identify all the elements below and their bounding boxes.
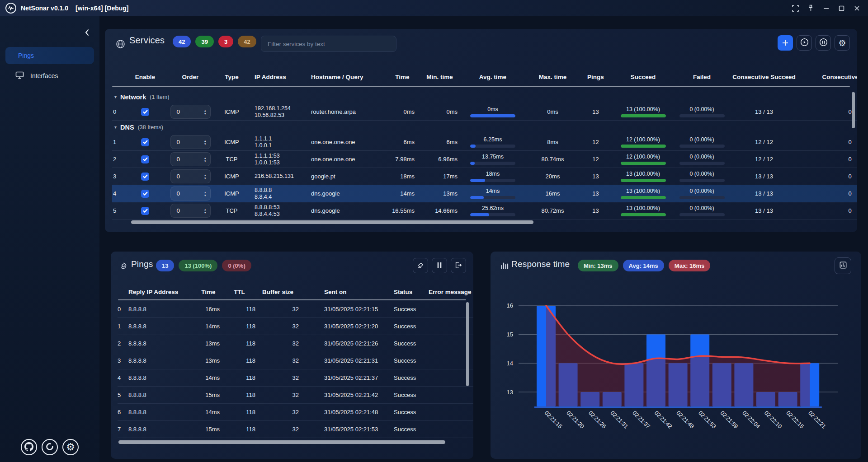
services-col-header[interactable]: IP Address [242,74,298,80]
run-pings-button[interactable] [797,35,812,51]
services-actions: ⚙ [778,35,850,51]
pings-col-header[interactable]: Time [194,289,222,295]
pings-badges: 1313 (100%)0 (0%) [156,260,251,271]
ttl-cell: 118 [222,340,256,347]
services-col-header[interactable]: Failed [676,74,728,80]
sidebar-item-pings[interactable]: Pings [5,47,94,64]
reply-ip-cell: 8.8.8.8 [127,357,194,364]
close-button[interactable] [850,2,863,14]
min-time-cell: 13ms [418,190,461,197]
ping-row[interactable]: 78.8.8.815ms1183231/05/2025 02:21:53Succ… [118,421,473,438]
row-index: 5 [118,392,127,398]
time-cell: 13ms [194,340,222,347]
max-time-cell: 8ms [524,139,581,145]
order-spinner[interactable]: 0▴▾ [170,169,211,183]
max-time-cell: 20ms [524,173,581,180]
service-row[interactable]: 40▴▾ICMP8.8.8.88.8.4.4dns.google14ms13ms… [112,185,857,202]
ping-row[interactable]: 38.8.8.813ms1183231/05/2025 02:21:31Succ… [118,352,473,369]
enable-checkbox[interactable] [141,207,149,215]
ping-row[interactable]: 58.8.8.815ms1183231/05/2025 02:21:42Succ… [118,387,473,404]
pings-col-header[interactable]: Reply IP Address [127,289,194,295]
services-horizontal-scrollbar[interactable] [131,220,533,224]
services-badge-3: 42 [238,36,256,47]
spinner-arrows-icon[interactable]: ▴▾ [204,173,206,180]
services-col-header[interactable]: Max. time [524,74,581,80]
order-spinner[interactable]: 0▴▾ [170,135,211,149]
pings-col-header[interactable]: Status [387,289,420,295]
service-row[interactable]: 30▴▾ICMP216.58.215.131google.pt18ms17ms1… [112,168,857,185]
spinner-arrows-icon[interactable]: ▴▾ [204,208,206,214]
minimize-button[interactable] [819,2,833,14]
ping-row[interactable]: 18.8.8.814ms1183231/05/2025 02:21:20Succ… [118,318,473,335]
services-vertical-scrollbar[interactable] [852,92,855,128]
spinner-arrows-icon[interactable]: ▴▾ [204,156,206,163]
group-collapse-caret-icon[interactable]: ▾ [114,125,117,130]
consecutive-failed-cell: 0 [800,190,857,197]
order-cell: 0▴▾ [159,152,222,166]
fullscreen-button[interactable] [788,2,802,14]
services-col-header[interactable]: Pings [581,74,610,80]
pings-col-header[interactable]: Error message [420,289,473,295]
service-group-row[interactable]: ▾DNS(38 Items) [112,121,857,134]
export-pings-button[interactable] [451,258,466,273]
pin-button[interactable] [804,2,817,14]
maximize-button[interactable] [835,2,848,14]
enable-checkbox[interactable] [141,190,149,198]
service-row[interactable]: 10▴▾ICMP1.1.1.11.0.0.1one.one.one.one6ms… [112,134,857,151]
pause-updates-button[interactable] [432,258,447,273]
services-table-header: EnableOrderTypeIP AddressHostname / Quer… [112,69,857,85]
services-col-header[interactable]: Consecutive Succeed [728,74,800,80]
order-spinner[interactable]: 0▴▾ [170,152,211,166]
services-col-header[interactable]: Avg. time [461,74,524,80]
pause-circle-icon [819,38,828,48]
service-row[interactable]: 00▴▾ICMP192.168.1.25410.56.82.53router.h… [112,103,857,121]
pings-vertical-scrollbar[interactable] [466,302,469,386]
services-settings-button[interactable]: ⚙ [835,35,850,51]
enable-checkbox[interactable] [141,173,149,181]
group-collapse-caret-icon[interactable]: ▾ [114,94,117,99]
spinner-arrows-icon[interactable]: ▴▾ [204,139,206,145]
ping-row[interactable]: 28.8.8.813ms1183231/05/2025 02:21:26Succ… [118,335,473,352]
failed-cell: 0 (0.00%) [676,136,728,148]
community-icon [45,442,54,453]
add-service-button[interactable] [778,35,793,51]
ping-row[interactable]: 68.8.8.814ms1183231/05/2025 02:21:48Succ… [118,404,473,421]
pings-col-header[interactable]: TTL [222,289,256,295]
pings-col-header[interactable]: Buffer size [256,289,299,295]
gear-icon: ⚙ [838,38,846,48]
spinner-arrows-icon[interactable]: ▴▾ [204,109,206,115]
services-col-header[interactable]: Order [159,74,222,80]
order-spinner[interactable]: 0▴▾ [170,204,211,218]
services-filter-input[interactable] [261,36,396,52]
pings-horizontal-scrollbar[interactable] [118,440,445,444]
pause-pings-button[interactable] [816,35,831,51]
services-col-header[interactable]: Hostname / Query [298,74,387,80]
clear-pings-button[interactable] [413,258,428,273]
services-col-header[interactable]: Succeed [610,74,676,80]
enable-checkbox[interactable] [141,108,149,116]
services-col-header[interactable]: Type [222,74,242,80]
services-col-header[interactable]: Min. time [418,74,461,80]
services-col-header[interactable]: Enable [131,74,159,80]
sidebar-item-interfaces[interactable]: Interfaces [5,68,94,84]
service-row[interactable]: 50▴▾TCP8.8.8.8:538.8.4.4:53dns.google16.… [112,202,857,219]
ping-row[interactable]: 08.8.8.816ms1183231/05/2025 02:21:15Succ… [118,301,473,318]
github-button[interactable] [21,439,37,455]
service-group-row[interactable]: ▾Network(1 Item) [112,90,857,103]
response-time-panel: Response time Min: 13msAvg: 14msMax: 16m… [491,252,861,459]
group-name: Network [120,93,146,101]
enable-checkbox[interactable] [141,138,149,146]
service-row[interactable]: 20▴▾TCP1.1.1.1:531.0.0.1:53one.one.one.o… [112,151,857,168]
pings-count-cell: 13 [581,190,610,197]
spinner-arrows-icon[interactable]: ▴▾ [204,191,206,197]
community-button[interactable] [42,439,58,455]
order-spinner[interactable]: 0▴▾ [170,105,211,119]
services-col-header[interactable]: Consecutive Failed [800,74,857,80]
ping-row[interactable]: 48.8.8.814ms1183231/05/2025 02:21:37Succ… [118,369,473,387]
pings-col-header[interactable]: Sent on [316,289,387,295]
order-spinner[interactable]: 0▴▾ [170,187,211,201]
enable-checkbox[interactable] [141,155,149,163]
sidebar-collapse-button[interactable] [82,28,92,38]
services-col-header[interactable]: Time [387,74,418,80]
settings-button[interactable]: ⚙ [62,439,79,455]
